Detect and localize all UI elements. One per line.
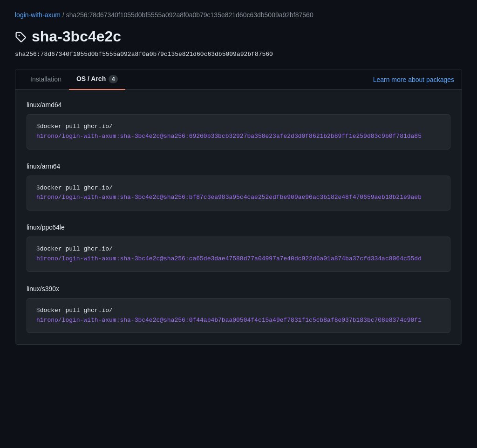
sha-full-display: sha256:78d67340f1055d0bf5555a092a8f0a0b7… (15, 51, 462, 58)
page-header: sha-3bc4e2c (15, 28, 462, 45)
arch-label: linux/ppc64le (27, 224, 450, 231)
breadcrumb-separator: / (62, 11, 66, 19)
arch-label: linux/arm64 (27, 163, 450, 170)
code-line: $ docker pull ghcr.io/h1rono/login-with-… (36, 122, 441, 142)
code-block: $ docker pull ghcr.io/h1rono/login-with-… (27, 237, 450, 272)
page-title: sha-3bc4e2c (32, 28, 121, 45)
breadcrumb-repo-link[interactable]: login-with-axum (15, 11, 61, 19)
code-link-part[interactable]: h1rono/login-with-axum:sha-3bc4e2c@sha25… (36, 254, 422, 264)
code-line: $ docker pull ghcr.io/h1rono/login-with-… (36, 244, 441, 264)
code-prompt: $ (36, 306, 40, 316)
code-link-part[interactable]: h1rono/login-with-axum:sha-3bc4e2c@sha25… (36, 132, 422, 142)
code-block: $ docker pull ghcr.io/h1rono/login-with-… (27, 114, 450, 149)
code-block: $ docker pull ghcr.io/h1rono/login-with-… (27, 298, 450, 333)
tab-os-arch-label: OS / Arch (76, 75, 106, 82)
tab-os-arch-badge: 4 (109, 75, 118, 83)
code-prompt: $ (36, 244, 40, 254)
code-prompt: $ (36, 122, 40, 132)
code-command-prefix: docker pull ghcr.io/ (40, 306, 113, 316)
code-line: $ docker pull ghcr.io/h1rono/login-with-… (36, 306, 441, 326)
code-line: $ docker pull ghcr.io/h1rono/login-with-… (36, 183, 441, 203)
arch-section: linux/arm64$ docker pull ghcr.io/h1rono/… (27, 163, 450, 211)
arch-section: linux/s390x$ docker pull ghcr.io/h1rono/… (27, 285, 450, 333)
main-card: Installation OS / Arch4 Learn more about… (15, 69, 462, 345)
tabs-header: Installation OS / Arch4 Learn more about… (15, 69, 462, 90)
learn-more-packages-link[interactable]: Learn more about packages (373, 76, 454, 83)
code-link-part[interactable]: h1rono/login-with-axum:sha-3bc4e2c@sha25… (36, 193, 422, 203)
arch-label: linux/amd64 (27, 101, 450, 109)
tabs-left: Installation OS / Arch4 (23, 69, 125, 89)
tab-installation[interactable]: Installation (23, 70, 69, 89)
tag-icon (15, 31, 26, 42)
tab-content-os-arch: linux/amd64$ docker pull ghcr.io/h1rono/… (15, 90, 462, 344)
code-block: $ docker pull ghcr.io/h1rono/login-with-… (27, 176, 450, 211)
code-link-part[interactable]: h1rono/login-with-axum:sha-3bc4e2c@sha25… (36, 316, 422, 326)
code-prompt: $ (36, 183, 40, 193)
arch-section: linux/ppc64le$ docker pull ghcr.io/h1ron… (27, 224, 450, 272)
tab-os-arch[interactable]: OS / Arch4 (69, 69, 125, 90)
arch-label: linux/s390x (27, 285, 450, 292)
code-command-prefix: docker pull ghcr.io/ (40, 244, 113, 254)
code-command-prefix: docker pull ghcr.io/ (40, 122, 113, 132)
breadcrumb: login-with-axum / sha256:78d67340f1055d0… (15, 11, 462, 19)
arch-section: linux/amd64$ docker pull ghcr.io/h1rono/… (27, 101, 450, 149)
breadcrumb-sha: sha256:78d67340f1055d0bf5555a092a8f0a0b7… (66, 11, 313, 19)
code-command-prefix: docker pull ghcr.io/ (40, 183, 113, 193)
